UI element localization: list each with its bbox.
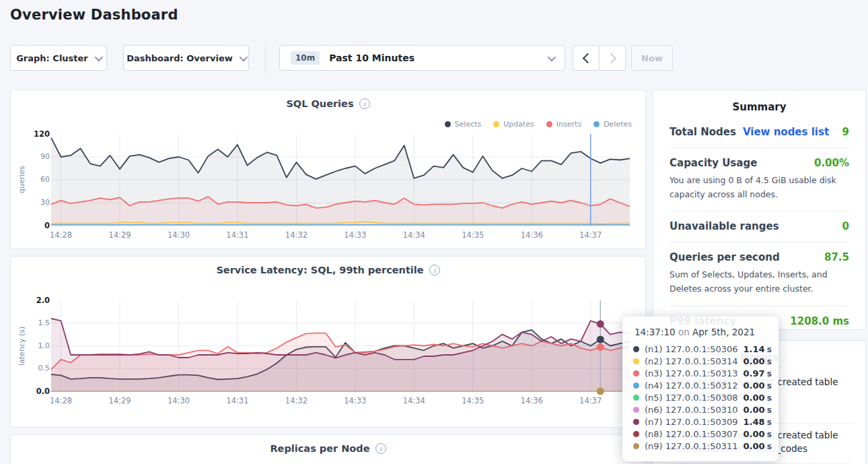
info-icon[interactable]: i: [375, 443, 386, 454]
time-next-button[interactable]: [599, 45, 626, 71]
chevron-down-icon: [94, 53, 103, 61]
now-button[interactable]: Now: [631, 45, 673, 71]
series-color-dot: [633, 407, 639, 413]
y-tick-label: 90: [40, 152, 50, 161]
time-range-label: Past 10 Minutes: [329, 53, 548, 63]
x-tick-label: 14:33: [344, 230, 366, 240]
x-tick-label: 14:29: [108, 396, 131, 405]
x-tick-label: 14:35: [462, 230, 484, 240]
y-tick-label: 0: [44, 221, 50, 230]
graph-dropdown[interactable]: Graph: Cluster: [10, 45, 107, 71]
chevron-down-icon: [239, 53, 248, 61]
p99-latency-value: 1208.0 ms: [790, 315, 849, 327]
series-color-dot: [633, 346, 639, 352]
summary-row-total-nodes: Total Nodes View nodes list 9: [670, 117, 849, 148]
y-tick-label: 1.5: [38, 319, 50, 327]
x-tick-label: 14:34: [403, 396, 425, 405]
y-tick-label: 60: [40, 175, 50, 184]
series-color-dot: [633, 431, 639, 437]
chart-title: Replicas per Node: [270, 443, 369, 454]
legend-item-selects[interactable]: Selects: [445, 120, 482, 129]
view-nodes-list-link[interactable]: View nodes list: [743, 126, 836, 138]
x-tick-label: 14:37: [579, 396, 602, 405]
series-color-dot: [633, 419, 639, 425]
capacity-usage-value: 0.00%: [814, 157, 849, 169]
y-tick-label: 30: [40, 198, 50, 207]
x-tick-label: 14:36: [521, 396, 543, 405]
chevron-down-icon: [548, 53, 556, 61]
legend-item-updates[interactable]: Updates: [493, 120, 534, 129]
sql-queries-chart[interactable]: [51, 134, 630, 226]
series-color-dot: [633, 383, 639, 389]
total-nodes-value: 9: [842, 126, 849, 138]
y-tick-label: 120: [34, 129, 50, 139]
toolbar-divider: [265, 42, 266, 74]
chart-legend: SelectsUpdatesInsertsDeletes: [445, 120, 632, 129]
x-tick-label: 14:28: [50, 396, 72, 405]
tooltip-node-row: (n8) 127.0.0.1:503070.00s: [633, 428, 768, 440]
x-tick-label: 14:34: [403, 230, 425, 240]
x-tick-label: 14:37: [579, 230, 602, 240]
legend-dot-icon: [546, 121, 552, 127]
x-tick-label: 14:33: [344, 396, 366, 405]
y-tick-label: 1.0: [38, 341, 50, 350]
tooltip-node-row: (n1) 127.0.0.1:503061.14s: [633, 343, 768, 355]
legend-item-deletes[interactable]: Deletes: [593, 120, 632, 129]
dashboard-dropdown-label: Dashboard: Overview: [126, 53, 233, 63]
info-icon[interactable]: i: [359, 98, 370, 109]
x-tick-label: 14:31: [226, 396, 248, 405]
tooltip-node-row: (n4) 127.0.0.1:503120.00s: [633, 379, 768, 391]
replicas-per-node-panel: Replicas per Node i: [10, 434, 646, 464]
sql-queries-panel: SQL Queries i SelectsUpdatesInsertsDelet…: [10, 90, 646, 249]
chevron-right-icon: [606, 53, 616, 63]
x-tick-label: 14:32: [285, 230, 308, 240]
tooltip-node-row: (n7) 127.0.0.1:503091.48s: [633, 416, 768, 428]
series-color-dot: [633, 358, 639, 364]
graph-dropdown-label: Graph: Cluster: [16, 53, 88, 63]
tooltip-node-row: (n6) 127.0.0.1:503100.00s: [633, 403, 768, 416]
summary-title: Summary: [653, 101, 865, 113]
time-range-dropdown[interactable]: 10m Past 10 Minutes: [279, 45, 565, 71]
x-tick-label: 14:35: [462, 396, 484, 405]
legend-item-inserts[interactable]: Inserts: [546, 120, 581, 129]
legend-dot-icon: [593, 121, 600, 127]
y-tick-label: 2.0: [36, 296, 50, 305]
service-latency-chart[interactable]: [51, 300, 630, 391]
x-tick-label: 14:31: [226, 230, 248, 240]
y-tick-label: 0.5: [38, 364, 50, 372]
tooltip-timestamp: 14:37:10 on Apr 5th, 2021: [635, 327, 768, 337]
unavailable-ranges-value: 0: [842, 220, 849, 232]
tooltip-node-row: (n2) 127.0.0.1:503140.00s: [633, 355, 768, 367]
qps-value: 87.5: [824, 251, 849, 263]
y-tick-label: 0.0: [36, 387, 50, 396]
x-tick-label: 14:36: [521, 230, 543, 240]
service-latency-panel: Service Latency: SQL, 99th percentile i …: [10, 256, 646, 428]
chart-title: Service Latency: SQL, 99th percentile: [216, 265, 423, 275]
dashboard-dropdown[interactable]: Dashboard: Overview: [123, 45, 249, 71]
chevron-left-icon: [582, 53, 593, 63]
summary-row-unavailable-ranges: Unavailable ranges 0: [670, 211, 849, 242]
tooltip-node-row: (n5) 127.0.0.1:503080.00s: [633, 391, 768, 403]
legend-dot-icon: [445, 121, 451, 127]
series-color-dot: [633, 443, 639, 449]
time-prev-button[interactable]: [573, 45, 600, 71]
summary-row-capacity: Capacity Usage 0.00% You are using 0 B o…: [670, 148, 849, 211]
info-icon[interactable]: i: [429, 265, 440, 275]
chart-hover-tooltip: 14:37:10 on Apr 5th, 2021 (n1) 127.0.0.1…: [622, 317, 779, 461]
summary-panel: Summary Total Nodes View nodes list 9 Ca…: [653, 90, 866, 330]
summary-row-qps: Queries per second 87.5 Sum of Selects, …: [670, 242, 849, 306]
series-color-dot: [633, 395, 639, 401]
time-range-badge: 10m: [291, 51, 320, 65]
x-tick-label: 14:30: [168, 230, 190, 240]
series-color-dot: [633, 370, 639, 376]
tooltip-node-row: (n9) 127.0.0.1:503110.00s: [633, 440, 768, 452]
x-tick-label: 14:28: [50, 230, 72, 240]
legend-dot-icon: [493, 121, 499, 127]
x-tick-label: 14:32: [285, 396, 308, 405]
tooltip-node-row: (n3) 127.0.0.1:503130.97s: [633, 367, 768, 379]
chart-title: SQL Queries: [286, 98, 353, 109]
x-tick-label: 14:30: [168, 396, 190, 405]
page-title: Overview Dashboard: [10, 7, 178, 23]
x-tick-label: 14:29: [108, 230, 131, 240]
